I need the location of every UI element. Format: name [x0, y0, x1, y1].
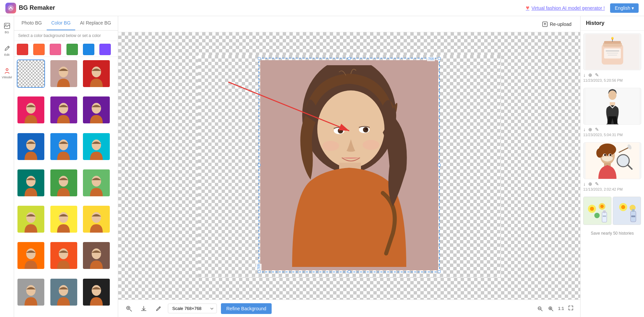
history-item-4[interactable]	[583, 197, 641, 225]
history-item-1[interactable]: ↓ ⊕ ✎ 11/23/2023, 5:20:56 PM	[583, 33, 641, 84]
swatch-green-mid[interactable]	[50, 169, 77, 196]
edit-canvas-button[interactable]	[153, 303, 164, 314]
history-thumb-4a	[583, 197, 611, 225]
swatch-lime[interactable]	[17, 206, 44, 233]
svg-point-13	[26, 176, 36, 187]
svg-point-10	[26, 140, 36, 150]
svg-point-54	[608, 90, 616, 100]
swatch-portrait-red[interactable]	[83, 60, 110, 87]
svg-point-1	[10, 7, 11, 8]
history-edit-3[interactable]: ✎	[595, 181, 599, 187]
swatch-yellow[interactable]	[50, 206, 77, 233]
download-button[interactable]	[138, 303, 149, 314]
svg-point-35	[322, 141, 339, 151]
color-dot-orange[interactable]	[33, 44, 45, 55]
panel-description: Select a color background below or set a…	[14, 31, 118, 41]
tab-ai-replace[interactable]: AI Replace BG	[75, 16, 116, 30]
swatch-brown[interactable]	[83, 242, 110, 269]
history-item-2[interactable]: ↓ ⊕ ✎ 11/23/2023, 5:04:31 PM	[583, 88, 641, 138]
zoom-in-canvas-button[interactable]	[124, 303, 134, 314]
svg-point-7	[26, 103, 36, 114]
swatch-orange-deep[interactable]	[17, 242, 44, 269]
color-dot-green[interactable]	[66, 44, 78, 55]
history-zoom-1[interactable]: ⊕	[588, 72, 592, 78]
sidebar-item-vmodel[interactable]: VModel	[0, 65, 14, 81]
history-edit-1[interactable]: ✎	[595, 72, 599, 78]
swatch-green-light[interactable]	[83, 169, 110, 196]
history-zoom-2[interactable]: ⊕	[588, 127, 592, 132]
reupload-button[interactable]: Re-upload	[539, 19, 575, 29]
swatch-portrait-1[interactable]	[50, 60, 77, 87]
promo-link[interactable]: ♥ Virtual fashion AI model generator !	[526, 4, 605, 11]
swatch-blue-gray[interactable]	[50, 279, 77, 306]
swatch-magenta[interactable]	[17, 96, 44, 123]
svg-point-24	[92, 285, 101, 296]
swatch-gray[interactable]	[17, 279, 44, 306]
sidebar-bg-label: BG	[5, 31, 9, 34]
svg-rect-84	[632, 209, 635, 212]
swatch-violet[interactable]	[83, 96, 110, 123]
sidebar-item-bg[interactable]: BG	[1, 20, 13, 36]
svg-rect-79	[613, 197, 641, 225]
color-dot-red[interactable]	[17, 44, 28, 55]
history-download-3[interactable]: ↓	[583, 181, 586, 187]
sidebar-vmodel-label: VModel	[2, 76, 12, 79]
color-dot-blue[interactable]	[83, 44, 94, 55]
sidebar-item-edit[interactable]: Edit	[1, 43, 13, 58]
svg-point-11	[59, 140, 68, 150]
sidebar-edit-label: Edit	[4, 53, 10, 56]
canvas-toolbar: Re-upload	[118, 16, 580, 32]
swatch-black[interactable]	[83, 279, 110, 306]
svg-rect-85	[631, 215, 635, 217]
history-download-1[interactable]: ↓	[583, 72, 586, 78]
swatch-blue-mid[interactable]	[50, 133, 77, 160]
history-zoom-3[interactable]: ⊕	[588, 181, 592, 187]
history-download-2[interactable]: ↓	[583, 127, 586, 132]
svg-rect-77	[603, 210, 606, 213]
history-scroll: ↓ ⊕ ✎ 11/23/2023, 5:20:56 PM	[581, 31, 644, 317]
svg-point-18	[92, 212, 101, 223]
edit-icon	[3, 45, 11, 52]
svg-point-27	[317, 90, 384, 168]
zoom-in-button[interactable]	[546, 304, 555, 313]
refine-background-button[interactable]: Refine Background	[221, 303, 272, 314]
history-actions-3: ↓ ⊕ ✎	[583, 179, 641, 187]
app-logo-icon	[5, 3, 16, 13]
history-actions-2: ↓ ⊕ ✎	[583, 125, 641, 133]
app-title: BG Remaker	[19, 4, 55, 11]
swatch-blue-dark[interactable]	[17, 133, 44, 160]
history-item-3[interactable]: ↓ ⊕ ✎ 11/13/2023, 2:02:42 PM	[583, 142, 641, 193]
history-edit-2[interactable]: ✎	[595, 127, 599, 132]
tab-photo-bg[interactable]: Photo BG	[17, 16, 47, 30]
color-bg-panel: Photo BG Color BG AI Replace BG Select a…	[14, 16, 118, 317]
svg-point-74	[600, 205, 604, 208]
color-dot-purple[interactable]	[99, 44, 111, 55]
svg-point-72	[590, 207, 594, 211]
tab-color-bg[interactable]: Color BG	[47, 16, 76, 30]
svg-point-4	[6, 69, 8, 71]
swatch-cyan[interactable]	[83, 133, 110, 160]
swatch-yellow-dark[interactable]	[83, 206, 110, 233]
expand-button[interactable]	[567, 304, 575, 313]
scale-select[interactable]: Scale 768×768 Scale 512×512 Scale 1024×1…	[168, 304, 217, 313]
zoom-out-button[interactable]	[535, 304, 545, 313]
color-dot-pink[interactable]	[50, 44, 61, 55]
svg-rect-70	[584, 197, 611, 225]
svg-point-15	[92, 176, 101, 187]
svg-rect-49	[608, 55, 617, 55]
color-picker-row	[14, 41, 118, 57]
swatch-transparent[interactable]	[17, 60, 44, 87]
svg-point-20	[59, 248, 68, 259]
canvas-container[interactable]: 768 768	[118, 32, 580, 300]
svg-point-14	[59, 176, 68, 187]
svg-rect-47	[606, 50, 619, 51]
svg-point-81	[621, 205, 625, 209]
language-button[interactable]: English ▾	[610, 3, 639, 13]
history-date-3: 11/13/2023, 2:02:42 PM	[583, 187, 641, 193]
swatch-red-orange[interactable]	[50, 242, 77, 269]
svg-point-5	[59, 67, 68, 77]
swatch-purple-dark[interactable]	[50, 96, 77, 123]
swatch-teal[interactable]	[17, 169, 44, 196]
svg-point-6	[92, 67, 101, 77]
svg-point-8	[59, 103, 68, 114]
